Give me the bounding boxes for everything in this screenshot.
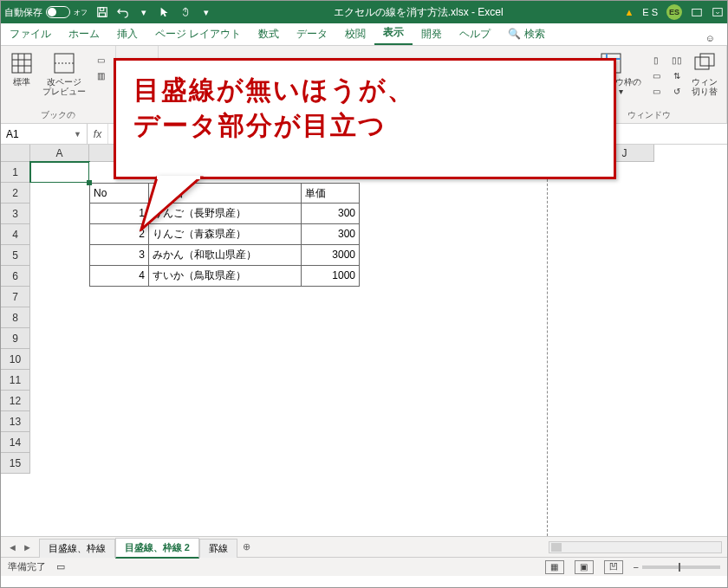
cell[interactable] — [536, 266, 595, 287]
cell[interactable] — [595, 224, 654, 245]
cell[interactable]: みかん（和歌山県産） — [148, 245, 301, 266]
tab-developer[interactable]: 開発 — [413, 23, 451, 45]
reset-pos-button[interactable]: ↺ — [669, 84, 685, 98]
cell[interactable] — [30, 266, 89, 287]
zoom-control[interactable]: − — [634, 562, 720, 572]
page-layout-view-icon[interactable]: ▣ — [575, 560, 594, 574]
cell[interactable]: 3 — [89, 245, 148, 266]
sheet-tab-active[interactable]: 目盛線、枠線 2 — [115, 538, 199, 559]
row-header[interactable]: 12 — [1, 391, 30, 411]
tab-data[interactable]: データ — [288, 23, 336, 45]
cell[interactable]: 単価 — [301, 183, 360, 204]
ribbon-options-icon[interactable] — [712, 6, 724, 18]
add-sheet-button[interactable]: ⊕ — [237, 541, 257, 552]
cell[interactable] — [419, 183, 478, 204]
simplify-ribbon-icon[interactable] — [691, 6, 703, 18]
page-break-preview-button[interactable]: 改ページ プレビュー — [41, 49, 88, 98]
fx-icon[interactable]: fx — [88, 124, 108, 144]
unhide-button[interactable]: ▭ — [648, 84, 664, 98]
touch-icon[interactable] — [179, 6, 192, 18]
cell[interactable] — [478, 266, 536, 287]
row-header[interactable]: 3 — [1, 204, 30, 224]
tab-insert[interactable]: 挿入 — [108, 23, 146, 45]
zoom-slider[interactable] — [642, 565, 720, 569]
save-icon[interactable] — [96, 6, 108, 18]
sheet-tab[interactable]: 目盛線、枠線 — [39, 539, 115, 558]
cell[interactable] — [595, 183, 654, 204]
cell-A1[interactable] — [30, 162, 89, 183]
spreadsheet-grid[interactable]: A B C D E F G H I J 1 2 No 商品名 単価 3 1 りん… — [1, 145, 727, 536]
cell[interactable] — [478, 183, 536, 204]
normal-view-icon[interactable]: ▦ — [545, 560, 564, 574]
cell[interactable] — [536, 224, 595, 245]
selection-handle[interactable] — [87, 180, 92, 185]
cell[interactable] — [419, 266, 478, 287]
zoom-out-icon[interactable]: − — [634, 562, 639, 572]
cell[interactable] — [360, 245, 419, 266]
pointer-icon[interactable] — [159, 6, 171, 18]
cell[interactable] — [595, 245, 654, 266]
tab-review[interactable]: 校閲 — [336, 23, 374, 45]
cell[interactable]: すいか（鳥取県産） — [148, 266, 301, 287]
row-header[interactable]: 2 — [1, 183, 30, 204]
tab-help[interactable]: ヘルプ — [451, 23, 499, 45]
cell[interactable] — [595, 266, 654, 287]
row-header[interactable]: 10 — [1, 349, 30, 370]
qat-more-icon[interactable]: ▾ — [200, 6, 212, 18]
cell[interactable] — [360, 224, 419, 245]
cell[interactable]: 4 — [89, 266, 148, 287]
cell[interactable] — [30, 204, 89, 224]
row-header[interactable]: 14 — [1, 432, 30, 453]
warning-icon[interactable]: ▲ — [624, 7, 634, 17]
cell[interactable] — [30, 245, 89, 266]
row-header[interactable]: 4 — [1, 224, 30, 245]
cell[interactable]: 300 — [301, 204, 360, 224]
custom-views-button[interactable]: ▥ — [93, 68, 108, 82]
row-header[interactable]: 1 — [1, 162, 30, 183]
row-header[interactable]: 13 — [1, 411, 30, 432]
tab-home[interactable]: ホーム — [60, 23, 108, 45]
share-button[interactable]: ☺ — [699, 31, 722, 45]
undo-icon[interactable] — [117, 6, 129, 18]
cell[interactable] — [595, 204, 654, 224]
cell[interactable] — [360, 266, 419, 287]
redo-icon[interactable]: ▾ — [138, 6, 150, 18]
view-side-button[interactable]: ▯▯ — [669, 53, 685, 67]
cell[interactable] — [478, 224, 536, 245]
name-box[interactable]: A1 ▼ — [1, 124, 88, 144]
cell[interactable]: 3000 — [301, 245, 360, 266]
cell[interactable] — [30, 224, 89, 245]
horizontal-scrollbar[interactable] — [549, 541, 722, 553]
cell[interactable] — [478, 245, 536, 266]
row-header[interactable]: 7 — [1, 287, 30, 307]
cell[interactable] — [478, 204, 536, 224]
tab-page-layout[interactable]: ページ レイアウト — [146, 23, 250, 45]
user-avatar[interactable]: ES — [666, 4, 682, 20]
cell[interactable] — [419, 204, 478, 224]
page-layout-view-button[interactable]: ▭ — [93, 53, 108, 67]
cell[interactable] — [536, 183, 595, 204]
row-header[interactable]: 5 — [1, 245, 30, 266]
row-header[interactable]: 11 — [1, 370, 30, 391]
cell[interactable] — [419, 245, 478, 266]
row-header[interactable]: 15 — [1, 453, 30, 474]
cell[interactable]: 1000 — [301, 266, 360, 287]
macro-record-icon[interactable]: ▭ — [56, 561, 65, 572]
normal-view-button[interactable]: 標準 — [8, 49, 36, 88]
autosave-toggle[interactable]: 自動保存 オフ — [4, 6, 88, 19]
cell[interactable] — [30, 183, 89, 204]
cell[interactable] — [419, 224, 478, 245]
sheet-nav-prev-icon[interactable]: ◄ — [8, 542, 17, 552]
cell[interactable] — [536, 204, 595, 224]
hide-button[interactable]: ▭ — [648, 68, 664, 82]
tab-file[interactable]: ファイル — [1, 23, 60, 45]
tab-view[interactable]: 表示 — [374, 22, 413, 45]
page-break-view-icon[interactable]: 凹 — [604, 560, 623, 574]
select-all-corner[interactable] — [1, 145, 30, 162]
cell[interactable] — [536, 245, 595, 266]
switch-windows-button[interactable]: ウィン 切り替 — [690, 49, 719, 98]
sheet-tab[interactable]: 罫線 — [199, 539, 237, 558]
sync-scroll-button[interactable]: ⇅ — [669, 68, 685, 82]
sheet-nav-next-icon[interactable]: ► — [23, 542, 32, 552]
row-header[interactable]: 9 — [1, 328, 30, 349]
